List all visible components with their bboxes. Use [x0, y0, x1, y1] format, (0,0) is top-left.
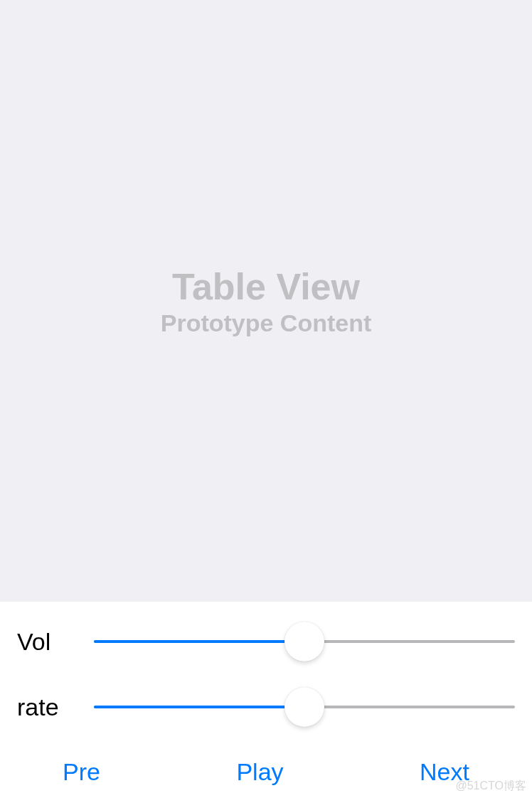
- slider-fill: [94, 640, 304, 643]
- table-view-title: Table View: [172, 265, 360, 308]
- slider-thumb[interactable]: [284, 687, 324, 727]
- playback-buttons: Pre Play Next: [17, 754, 515, 790]
- rate-label: rate: [17, 693, 94, 721]
- slider-fill: [94, 706, 304, 708]
- watermark: @51CTO博客: [455, 779, 526, 794]
- rate-slider[interactable]: [94, 687, 515, 727]
- play-button[interactable]: Play: [233, 754, 286, 790]
- volume-label: Vol: [17, 628, 94, 656]
- rate-row: rate: [17, 680, 515, 734]
- volume-row: Vol: [17, 615, 515, 669]
- pre-button[interactable]: Pre: [60, 754, 103, 790]
- table-view[interactable]: Table View Prototype Content: [0, 0, 532, 602]
- slider-thumb[interactable]: [284, 622, 324, 661]
- volume-slider[interactable]: [94, 622, 515, 661]
- table-view-subtitle: Prototype Content: [161, 309, 372, 337]
- controls-panel: Vol rate Pre Play Next: [0, 615, 532, 790]
